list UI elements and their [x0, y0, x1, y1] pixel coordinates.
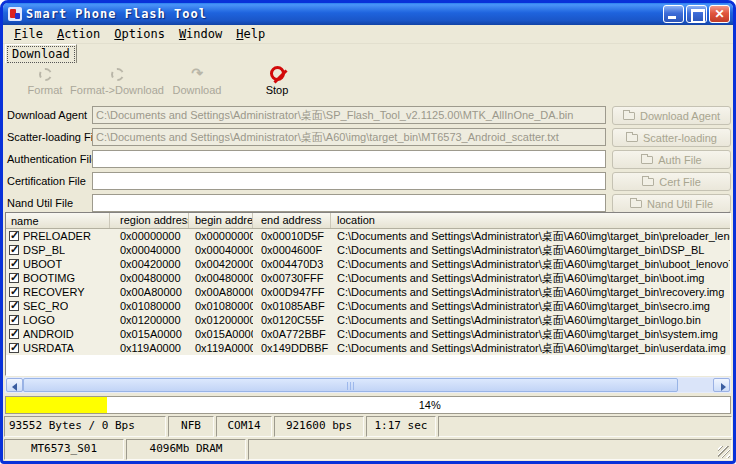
scatter-loading-label: Scatter-loading File [7, 131, 102, 143]
end-address: 0x0A772BBF [253, 328, 331, 340]
status-bar-2: MT6573_S01 4096Mb DRAM [4, 439, 732, 460]
menu-action[interactable]: Action [50, 26, 107, 42]
column-header-name[interactable]: name [6, 213, 110, 228]
checkbox-checked-icon[interactable] [9, 245, 19, 255]
file-location: C:\Documents and Settings\Administrator\… [331, 313, 730, 328]
begin-address: 0x00420000 [189, 258, 253, 270]
auth-file-browse-button[interactable]: Auth File [612, 150, 731, 169]
column-header-region-address[interactable]: region address [110, 213, 189, 228]
table-row-uboot[interactable]: UBOOT 0x00420000 0x00420000 0x004470D3 C… [6, 257, 730, 271]
nand-util-browse-label: Nand Util File [647, 198, 713, 210]
cert-file-browse-label: Cert File [659, 176, 701, 188]
menu-help[interactable]: Help [229, 26, 272, 42]
scatter-loading-browse-label: Scatter-loading [643, 132, 717, 144]
checkbox-checked-icon[interactable] [9, 329, 19, 339]
file-location: C:\Documents and Settings\Administrator\… [331, 271, 730, 286]
status-chipset: MT6573_S01 [4, 439, 124, 460]
certification-file-input[interactable] [92, 172, 606, 190]
end-address: 0x01085ABF [253, 300, 331, 312]
table-body: PRELOADER 0x00000000 0x00000000 0x00010D… [6, 229, 730, 355]
end-address: 0x00730FFF [253, 272, 331, 284]
column-header-end-address[interactable]: end address [253, 213, 331, 228]
column-header-location[interactable]: location [331, 213, 730, 228]
file-location: C:\Documents and Settings\Administrator\… [331, 327, 730, 342]
download-button[interactable]: ↷ Download [167, 66, 227, 103]
region-address: 0x119A0000 [110, 342, 189, 354]
scroll-right-arrow-icon[interactable] [713, 378, 730, 392]
partition-name: UBOOT [23, 258, 62, 270]
app-icon [8, 7, 22, 21]
resize-grip-icon[interactable] [718, 446, 730, 458]
region-address: 0x01200000 [110, 314, 189, 326]
table-row-sec-ro[interactable]: SEC_RO 0x01080000 0x01080000 0x01085ABF … [6, 299, 730, 313]
progress-percent: 14% [419, 399, 441, 411]
minimize-button[interactable] [663, 5, 684, 23]
checkbox-checked-icon[interactable] [9, 287, 19, 297]
table-row-dsp-bl[interactable]: DSP_BL 0x00040000 0x00040000 0x0004600F … [6, 243, 730, 257]
checkbox-checked-icon[interactable] [9, 343, 19, 353]
table-row-preloader[interactable]: PRELOADER 0x00000000 0x00000000 0x00010D… [6, 229, 730, 243]
region-address: 0x00000000 [110, 230, 189, 242]
file-location: C:\Documents and Settings\Administrator\… [331, 341, 730, 356]
end-address: 0x0120C55F [253, 314, 331, 326]
format-download-button[interactable]: Format->Download [61, 66, 173, 103]
region-address: 0x00040000 [110, 244, 189, 256]
table-row-android[interactable]: ANDROID 0x015A0000 0x015A0000 0x0A772BBF… [6, 327, 730, 341]
checkbox-checked-icon[interactable] [9, 273, 19, 283]
progress-fill [6, 397, 107, 413]
begin-address: 0x00040000 [189, 244, 253, 256]
scatter-loading-browse-button[interactable]: Scatter-loading [612, 128, 731, 147]
horizontal-scrollbar[interactable] [5, 377, 731, 393]
begin-address: 0x119A0000 [189, 342, 253, 354]
cert-file-browse-button[interactable]: Cert File [612, 172, 731, 191]
status-empty-cell [248, 439, 732, 460]
scrollbar-thumb[interactable] [23, 378, 678, 392]
end-address: 0x00D947FF [253, 286, 331, 298]
status-bar-1: 93552 Bytes / 0 Bps NFB COM14 921600 bps… [4, 416, 732, 437]
table-row-logo[interactable]: LOGO 0x01200000 0x01200000 0x0120C55F C:… [6, 313, 730, 327]
file-location: C:\Documents and Settings\Administrator\… [331, 285, 730, 300]
table-row-usrdata[interactable]: USRDATA 0x119A0000 0x119A0000 0x149DDBBF… [6, 341, 730, 355]
checkbox-checked-icon[interactable] [9, 301, 19, 311]
checkbox-checked-icon[interactable] [9, 231, 19, 241]
menu-file[interactable]: File [7, 26, 50, 42]
scatter-loading-input[interactable] [92, 128, 606, 146]
nand-util-file-row: Nand Util File Nand Util File [3, 194, 733, 214]
stop-button[interactable]: Stop [252, 66, 302, 103]
table-row-recovery[interactable]: RECOVERY 0x00A80000 0x00A80000 0x00D947F… [6, 285, 730, 299]
download-agent-label: Download Agent [7, 109, 87, 121]
app-window: Smart Phone Flash Tool File Action Optio… [0, 0, 736, 464]
column-header-begin-address[interactable]: begin address [189, 213, 253, 228]
checkbox-checked-icon[interactable] [9, 315, 19, 325]
nand-util-browse-button[interactable]: Nand Util File [612, 194, 731, 213]
begin-address: 0x00480000 [189, 272, 253, 284]
download-arrow-icon: ↷ [191, 66, 203, 81]
stop-label: Stop [266, 84, 289, 96]
window-title: Smart Phone Flash Tool [26, 7, 661, 21]
folder-open-icon [623, 112, 635, 120]
authentication-file-input[interactable] [92, 150, 606, 168]
download-agent-browse-button[interactable]: Download Agent [612, 106, 731, 125]
file-location: C:\Documents and Settings\Administrator\… [331, 299, 730, 314]
table-row-bootimg[interactable]: BOOTIMG 0x00480000 0x00480000 0x00730FFF… [6, 271, 730, 285]
download-agent-input[interactable] [92, 106, 606, 124]
menu-window[interactable]: Window [172, 26, 229, 42]
scroll-left-arrow-icon[interactable] [6, 378, 23, 392]
begin-address: 0x01080000 [189, 300, 253, 312]
menu-options[interactable]: Options [107, 26, 172, 42]
partition-name: ANDROID [23, 328, 74, 340]
format-label: Format [28, 84, 63, 96]
status-empty-cell [438, 416, 732, 437]
toolbar: Format Format->Download ↷ Download Stop [3, 63, 733, 106]
close-button[interactable] [709, 5, 730, 23]
partition-name: RECOVERY [23, 286, 85, 298]
nand-util-file-input[interactable] [92, 194, 606, 212]
tab-download[interactable]: Download [5, 44, 77, 65]
partition-name: LOGO [23, 314, 55, 326]
scrollbar-grip-icon [347, 382, 356, 390]
download-agent-row: Download Agent Download Agent [3, 106, 733, 126]
maximize-button[interactable] [686, 5, 707, 23]
region-address: 0x00480000 [110, 272, 189, 284]
begin-address: 0x01200000 [189, 314, 253, 326]
checkbox-checked-icon[interactable] [9, 259, 19, 269]
